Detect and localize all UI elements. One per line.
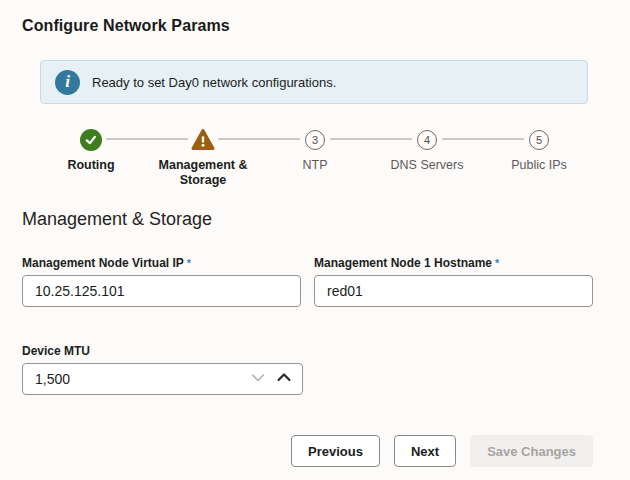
connector-line <box>442 138 524 140</box>
step-routing[interactable]: Routing <box>35 128 147 188</box>
required-asterisk: * <box>495 257 499 269</box>
step-label: Routing <box>67 158 114 173</box>
step-public-ips[interactable]: 5 Public IPs <box>483 128 595 188</box>
step-ntp[interactable]: 3 NTP <box>259 128 371 188</box>
connector-line <box>330 138 412 140</box>
hostname-input[interactable] <box>314 275 593 307</box>
info-banner: Ready to set Day0 network configurations… <box>40 60 588 104</box>
field-label: Management Node Virtual IP* <box>22 255 301 271</box>
connector-line <box>218 138 300 140</box>
info-icon <box>55 70 80 95</box>
section-heading: Management & Storage <box>22 209 630 230</box>
virtual-ip-input[interactable] <box>22 275 301 307</box>
step-label: Public IPs <box>511 158 567 173</box>
field-label: Device MTU <box>22 343 303 359</box>
field-label: Management Node 1 Hostname* <box>314 255 593 271</box>
chevron-down-icon <box>250 371 266 384</box>
connector-line <box>106 138 188 140</box>
wizard-stepper: Routing Management & Storage 3 <box>35 128 595 188</box>
mtu-decrement-button[interactable] <box>245 359 271 395</box>
step-dns-servers[interactable]: 4 DNS Servers <box>371 128 483 188</box>
field-management-node-virtual-ip: Management Node Virtual IP* <box>22 255 301 307</box>
step-label: NTP <box>303 158 328 173</box>
footer-actions: Previous Next Save Changes <box>291 435 593 467</box>
field-management-node-1-hostname: Management Node 1 Hostname* <box>314 255 593 307</box>
required-asterisk: * <box>187 257 191 269</box>
next-button[interactable]: Next <box>394 435 456 467</box>
field-device-mtu: Device MTU <box>22 343 303 395</box>
configure-network-params-dialog: Configure Network Params Ready to set Da… <box>0 0 630 480</box>
page-title: Configure Network Params <box>22 17 630 35</box>
banner-message: Ready to set Day0 network configurations… <box>92 75 336 90</box>
step-label: Management & Storage <box>153 158 253 188</box>
save-changes-button[interactable]: Save Changes <box>470 435 593 467</box>
step-label: DNS Servers <box>391 158 464 173</box>
chevron-up-icon <box>276 371 292 384</box>
previous-button[interactable]: Previous <box>291 435 380 467</box>
mtu-increment-button[interactable] <box>271 359 297 395</box>
step-management-storage[interactable]: Management & Storage <box>147 128 259 188</box>
stepper-connectors <box>35 138 595 140</box>
